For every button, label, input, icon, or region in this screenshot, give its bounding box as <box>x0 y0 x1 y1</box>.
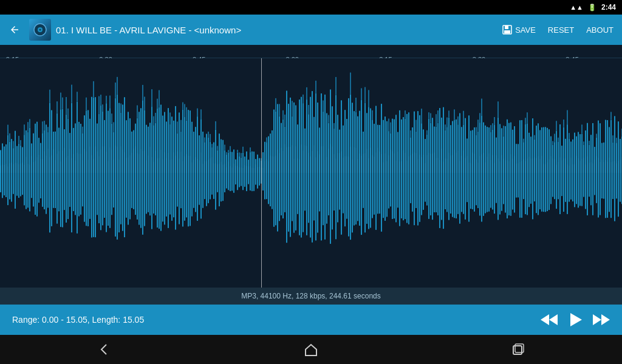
back-nav-button[interactable] <box>95 341 112 358</box>
svg-marker-7 <box>541 314 549 325</box>
rewind-button[interactable] <box>541 313 558 326</box>
fast-forward-button[interactable] <box>593 313 610 326</box>
status-time: 2:44 <box>601 3 616 12</box>
about-label: ABOUT <box>586 25 613 35</box>
reset-label: RESET <box>548 25 574 35</box>
range-info: Range: 0.00 - 15.05, Length: 15.05 <box>12 315 541 325</box>
reset-button[interactable]: RESET <box>544 23 578 37</box>
back-button[interactable] <box>5 20 24 39</box>
svg-rect-11 <box>513 346 522 354</box>
svg-rect-5 <box>504 30 510 33</box>
wifi-icon: ▲▲ <box>570 4 583 11</box>
svg-rect-4 <box>505 25 508 29</box>
info-bar: MP3, 44100 Hz, 128 kbps, 244.61 seconds <box>0 288 622 305</box>
save-button[interactable]: SAVE <box>498 22 539 38</box>
svg-marker-6 <box>549 314 558 325</box>
timeline-ruler: 2:15 2:30 2:45 3:00 3:15 3:30 3:45 <box>0 45 622 58</box>
home-nav-button[interactable] <box>302 341 320 358</box>
nav-bar <box>0 335 622 364</box>
waveform-canvas <box>0 58 622 288</box>
svg-point-2 <box>39 29 41 31</box>
about-button[interactable]: ABOUT <box>583 23 617 37</box>
svg-marker-8 <box>570 313 582 326</box>
toolbar: 01. I WILL BE - AVRIL LAVIGNE - <unknown… <box>0 15 622 45</box>
play-button[interactable] <box>567 312 583 328</box>
svg-marker-10 <box>601 314 610 325</box>
battery-icon: 🔋 <box>588 4 596 12</box>
track-title: 01. I WILL BE - AVRIL LAVIGNE - <unknown… <box>56 25 493 35</box>
file-info-text: MP3, 44100 Hz, 128 kbps, 244.61 seconds <box>241 292 380 300</box>
svg-marker-9 <box>593 314 601 325</box>
status-bar: ▲▲ 🔋 2:44 <box>0 0 622 15</box>
recents-nav-button[interactable] <box>510 341 527 358</box>
save-label: SAVE <box>515 25 536 35</box>
waveform-container[interactable] <box>0 58 622 288</box>
album-art <box>29 19 51 41</box>
playback-controls <box>541 312 610 328</box>
controls-bar: Range: 0.00 - 15.05, Length: 15.05 <box>0 305 622 335</box>
position-line <box>261 58 262 288</box>
